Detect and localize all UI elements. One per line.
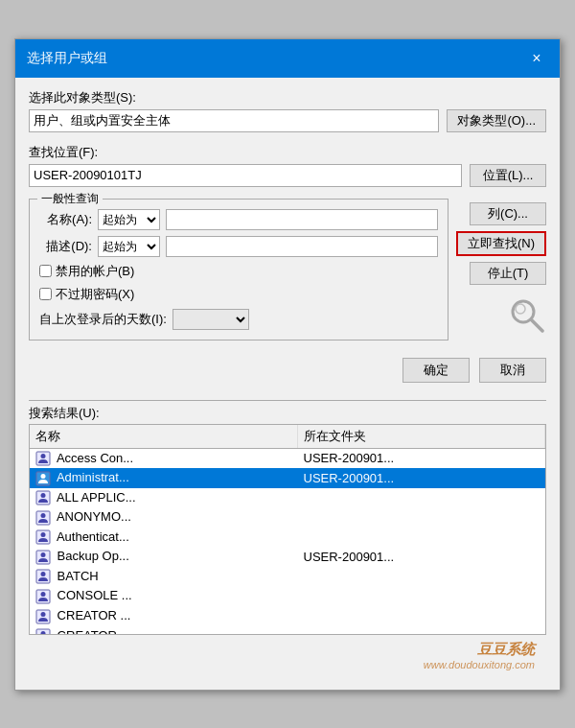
search-icon bbox=[508, 296, 546, 335]
watermark-line1: 豆豆系统 bbox=[424, 641, 535, 659]
svg-point-18 bbox=[41, 592, 46, 597]
watermark-line2: www.doudouxitong.com bbox=[424, 659, 535, 670]
result-name-cell: CREATOR ... bbox=[30, 606, 298, 626]
general-query-content: 名称(A): 起始为 描述(D): 起始为 bbox=[39, 205, 438, 330]
result-folder-cell bbox=[298, 626, 545, 635]
cancel-button[interactable]: 取消 bbox=[479, 358, 546, 383]
location-section: 查找位置(F): 位置(L)... bbox=[29, 144, 546, 187]
user-icon bbox=[35, 609, 51, 624]
table-row[interactable]: ANONYMO... bbox=[30, 507, 545, 528]
result-folder-cell bbox=[298, 586, 545, 606]
table-row[interactable]: CONSOLE ... bbox=[30, 586, 545, 606]
user-icon bbox=[35, 451, 51, 466]
table-row[interactable]: CREATOR ... bbox=[30, 626, 545, 635]
table-row[interactable]: Backup Op... USER-200901... bbox=[30, 547, 545, 567]
svg-point-6 bbox=[41, 474, 46, 479]
result-name-cell: BATCH bbox=[30, 567, 298, 587]
noexpiry-row: 不过期密码(X) bbox=[39, 286, 438, 303]
table-row[interactable]: Authenticat... bbox=[30, 528, 545, 548]
dialog-title: 选择用户或组 bbox=[27, 50, 107, 67]
table-row[interactable]: Administrat... USER-200901... bbox=[30, 468, 545, 488]
svg-point-10 bbox=[41, 513, 46, 518]
result-name-cell: ALL APPLIC... bbox=[30, 488, 298, 508]
results-section: 搜索结果(U): 名称 所在文件夹 bbox=[29, 400, 546, 678]
svg-point-20 bbox=[41, 612, 46, 617]
name-query-label: 名称(A): bbox=[39, 211, 92, 228]
user-icon bbox=[35, 529, 51, 545]
close-button[interactable]: × bbox=[525, 47, 548, 70]
col-header-name: 名称 bbox=[30, 425, 298, 449]
name-combo-select[interactable]: 起始为 bbox=[98, 209, 160, 230]
result-name-cell: Administrat... bbox=[30, 468, 298, 488]
noexpiry-label: 不过期密码(X) bbox=[56, 286, 134, 303]
search-icon-area bbox=[508, 296, 546, 335]
search-now-button[interactable]: 立即查找(N) bbox=[456, 231, 546, 256]
result-folder-cell bbox=[298, 488, 545, 508]
svg-line-1 bbox=[531, 319, 542, 331]
groupbox-title: 一般性查询 bbox=[37, 191, 103, 207]
desc-combo-select[interactable]: 起始为 bbox=[98, 236, 160, 257]
result-folder-cell bbox=[298, 567, 545, 587]
disabled-account-label: 禁用的帐户(B) bbox=[56, 263, 134, 280]
results-table-container[interactable]: 名称 所在文件夹 Access Con... bbox=[29, 424, 546, 635]
days-select[interactable] bbox=[172, 309, 249, 330]
result-folder-cell bbox=[298, 606, 545, 626]
column-button[interactable]: 列(C)... bbox=[470, 202, 546, 225]
stop-button[interactable]: 停止(T) bbox=[470, 262, 546, 285]
result-folder-cell bbox=[298, 528, 545, 548]
col-header-folder: 所在文件夹 bbox=[298, 425, 545, 449]
results-outer: 名称 所在文件夹 Access Con... bbox=[29, 424, 546, 678]
table-row[interactable]: CREATOR ... bbox=[30, 606, 545, 626]
desc-query-row: 描述(D): 起始为 bbox=[39, 236, 438, 257]
result-name-cell: Backup Op... bbox=[30, 547, 298, 567]
table-row[interactable]: ALL APPLIC... bbox=[30, 488, 545, 508]
user-icon bbox=[35, 471, 51, 486]
svg-point-8 bbox=[41, 493, 46, 498]
result-folder-cell bbox=[298, 507, 545, 528]
title-bar: 选择用户或组 × bbox=[15, 39, 560, 78]
disabled-account-checkbox[interactable] bbox=[39, 265, 52, 277]
svg-point-14 bbox=[41, 552, 46, 557]
user-icon bbox=[35, 628, 51, 634]
days-label: 自上次登录后的天数(I): bbox=[39, 311, 167, 328]
noexpiry-checkbox[interactable] bbox=[39, 288, 52, 300]
desc-query-input[interactable] bbox=[166, 236, 438, 257]
object-type-button[interactable]: 对象类型(O)... bbox=[447, 109, 546, 132]
location-button[interactable]: 位置(L)... bbox=[470, 164, 546, 187]
user-icon bbox=[35, 589, 51, 604]
user-icon bbox=[35, 510, 51, 526]
result-folder-cell: USER-200901... bbox=[298, 468, 545, 488]
results-table: 名称 所在文件夹 Access Con... bbox=[30, 425, 545, 635]
general-query-groupbox: 一般性查询 名称(A): 起始为 描述(D): 起始为 bbox=[29, 199, 448, 341]
ok-button[interactable]: 确定 bbox=[402, 358, 470, 383]
result-name-cell: ANONYMO... bbox=[30, 507, 298, 528]
result-name-cell: CONSOLE ... bbox=[30, 586, 298, 606]
days-row: 自上次登录后的天数(I): bbox=[39, 309, 438, 330]
table-row[interactable]: BATCH bbox=[30, 567, 545, 587]
user-icon bbox=[35, 569, 51, 584]
svg-point-12 bbox=[41, 532, 46, 537]
user-icon bbox=[35, 550, 51, 565]
watermark: 豆豆系统 www.doudouxitong.com bbox=[424, 641, 535, 670]
main-buttons-row: 确定 取消 bbox=[29, 352, 546, 388]
result-name-cell: Authenticat... bbox=[30, 528, 298, 548]
location-input[interactable] bbox=[29, 164, 462, 187]
result-name-cell: Access Con... bbox=[30, 448, 298, 468]
results-label: 搜索结果(U): bbox=[29, 401, 546, 424]
svg-point-4 bbox=[41, 454, 46, 458]
select-user-dialog: 选择用户或组 × 选择此对象类型(S): 对象类型(O)... 查找位置(F):… bbox=[14, 38, 561, 691]
object-type-input[interactable] bbox=[29, 109, 439, 132]
name-query-input[interactable] bbox=[166, 209, 438, 230]
location-label: 查找位置(F): bbox=[29, 144, 546, 161]
desc-query-label: 描述(D): bbox=[39, 238, 92, 255]
svg-point-16 bbox=[41, 572, 46, 576]
user-icon bbox=[35, 490, 51, 505]
name-query-row: 名称(A): 起始为 bbox=[39, 209, 438, 230]
result-name-cell: CREATOR ... bbox=[30, 626, 298, 635]
object-type-label: 选择此对象类型(S): bbox=[29, 89, 546, 106]
right-buttons-panel: 列(C)... 立即查找(N) 停止(T) bbox=[456, 199, 546, 335]
table-row[interactable]: Access Con... USER-200901... bbox=[30, 448, 545, 468]
disabled-account-row: 禁用的帐户(B) bbox=[39, 263, 438, 280]
svg-point-2 bbox=[516, 304, 525, 314]
dialog-body: 选择此对象类型(S): 对象类型(O)... 查找位置(F): 位置(L)...… bbox=[15, 78, 560, 690]
